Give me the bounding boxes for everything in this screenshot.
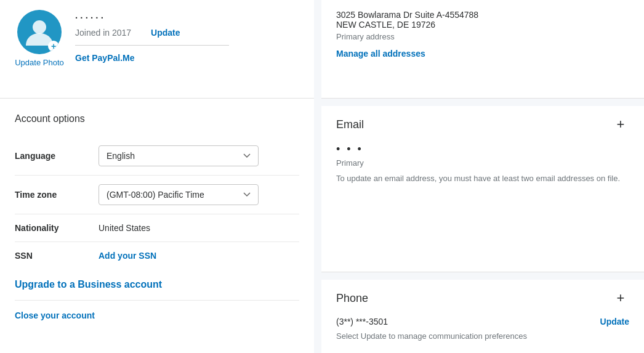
avatar: + [17,10,62,54]
language-select[interactable]: English Spanish French [99,145,259,166]
gap-spacer [321,99,644,106]
address-line2: NEW CASTLE, DE 19726 [336,20,629,30]
add-ssn-link[interactable]: Add your SSN [99,251,156,261]
account-options-section: Account options Language English Spanish… [0,99,314,353]
nationality-value: United States [99,223,150,233]
email-update-note: To update an email address, you must hav… [336,172,629,185]
language-row: Language English Spanish French [15,137,299,176]
left-panel: + Update Photo · · · · · · Joined in 201… [0,0,314,353]
language-label: Language [15,151,89,161]
address-section: 3025 Bowlarama Dr Suite A-4554788 NEW CA… [321,0,644,99]
add-email-button[interactable]: + [612,116,629,133]
manage-addresses-link[interactable]: Manage all addresses [336,49,425,59]
email-section: Email + • • • Primary To update an email… [321,106,644,272]
timezone-select[interactable]: (GMT-08:00) Pacific Time (GMT-05:00) Eas… [99,184,259,205]
phone-number: (3**) ***-3501 [336,317,388,327]
email-masked-address: • • • [336,143,629,156]
joined-text: Joined in 2017 [75,28,131,38]
close-account-link[interactable]: Close your account [15,301,299,330]
svg-point-0 [33,20,46,34]
avatar-plus-icon[interactable]: + [48,41,59,52]
update-photo-link[interactable]: Update Photo [15,58,64,67]
email-section-header: Email + [336,116,629,133]
profile-section: + Update Photo · · · · · · Joined in 201… [0,0,314,99]
right-panel: 3025 Bowlarama Dr Suite A-4554788 NEW CA… [314,0,644,353]
add-phone-button[interactable]: + [612,290,629,307]
email-primary-label: Primary [336,158,629,168]
ssn-row: SSN Add your SSN [15,242,299,269]
timezone-row: Time zone (GMT-08:00) Pacific Time (GMT-… [15,176,299,214]
get-paypalme-link[interactable]: Get PayPal.Me [75,53,229,63]
account-options-title: Account options [15,113,299,124]
joined-row: Joined in 2017 Update [75,28,229,38]
address-line1: 3025 Bowlarama Dr Suite A-4554788 [336,10,629,20]
address-type: Primary address [336,32,629,41]
phone-section-title: Phone [336,292,368,305]
phone-number-row: (3**) ***-3501 Update [336,317,629,327]
nationality-row: Nationality United States [15,214,299,242]
phone-note: Select Update to manage communication pr… [336,331,629,341]
timezone-label: Time zone [15,190,89,200]
gap-spacer-2 [321,272,644,280]
nationality-label: Nationality [15,223,89,233]
upgrade-business-link[interactable]: Upgrade to a Business account [15,269,299,301]
profile-info: · · · · · · Joined in 2017 Update Get Pa… [75,10,229,63]
profile-divider [75,45,229,46]
ssn-label: SSN [15,251,89,261]
email-section-title: Email [336,118,364,131]
profile-name: · · · · · · [75,12,229,23]
avatar-wrapper: + Update Photo [15,10,64,67]
phone-update-link[interactable]: Update [600,317,629,327]
phone-section: Phone + (3**) ***-3501 Update Select Upd… [321,280,644,353]
phone-section-header: Phone + [336,290,629,307]
profile-update-link[interactable]: Update [151,28,180,38]
